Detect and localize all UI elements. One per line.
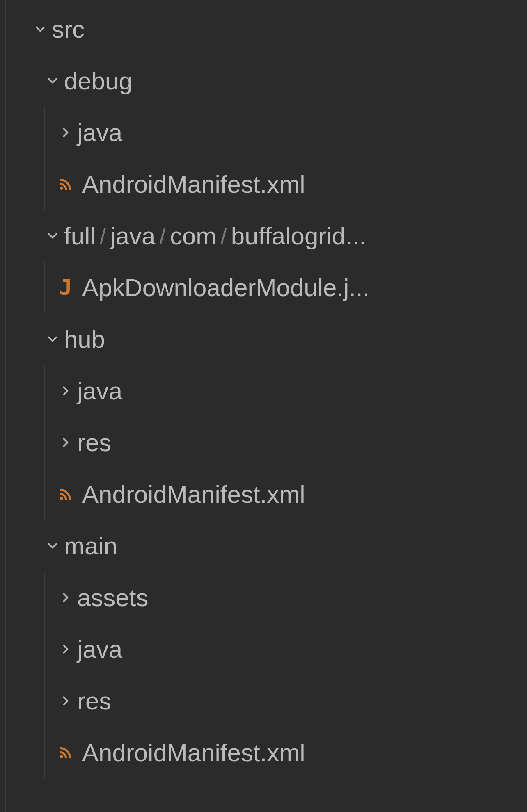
path-segment: buffalogrid... [231, 222, 366, 250]
file-label: AndroidManifest.xml [82, 170, 305, 198]
file-label: AndroidManifest.xml [82, 480, 305, 509]
folder-src[interactable]: src [0, 3, 527, 55]
file-apk-downloader[interactable]: J ApkDownloaderModule.j... [0, 262, 527, 313]
folder-hub[interactable]: hub [0, 313, 527, 365]
path-separator: / [155, 223, 170, 249]
path-segment: java [110, 222, 155, 250]
chevron-right-icon [54, 125, 77, 140]
path-segment: com [170, 222, 216, 250]
folder-main-res[interactable]: res [0, 675, 527, 727]
folder-label: java [77, 635, 122, 664]
folder-full-path[interactable]: full / java / com / buffalogrid... [0, 210, 527, 262]
path-separator: / [96, 223, 110, 249]
xml-file-icon [54, 486, 77, 503]
folder-label: hub [64, 325, 105, 354]
chevron-down-icon [41, 228, 64, 243]
folder-debug[interactable]: debug [0, 55, 527, 107]
java-file-icon: J [54, 275, 77, 300]
chevron-down-icon [41, 332, 64, 347]
folder-label: src [52, 15, 85, 43]
folder-label: assets [77, 584, 148, 612]
path-segment: full [64, 222, 96, 250]
folder-label: res [77, 687, 111, 715]
file-hub-manifest[interactable]: AndroidManifest.xml [0, 468, 527, 520]
folder-main-java[interactable]: java [0, 623, 527, 675]
folder-label: res [77, 429, 111, 457]
xml-file-icon [54, 176, 77, 193]
chevron-right-icon [54, 590, 77, 605]
file-debug-manifest[interactable]: AndroidManifest.xml [0, 158, 527, 210]
file-label: ApkDownloaderModule.j... [82, 274, 369, 302]
file-label: AndroidManifest.xml [82, 739, 305, 767]
folder-main-assets[interactable]: assets [0, 572, 527, 623]
chevron-right-icon [54, 383, 77, 398]
file-main-manifest[interactable]: AndroidManifest.xml [0, 727, 527, 778]
folder-label: main [64, 532, 117, 560]
chevron-down-icon [41, 73, 64, 88]
folder-main[interactable]: main [0, 520, 527, 572]
path-separator: / [216, 223, 231, 249]
chevron-down-icon [29, 22, 52, 36]
chevron-down-icon [41, 538, 64, 553]
xml-file-icon [54, 744, 77, 761]
chevron-right-icon [54, 693, 77, 708]
folder-label: debug [64, 67, 133, 95]
chevron-right-icon [54, 642, 77, 657]
folder-label: java [77, 119, 122, 147]
folder-hub-res[interactable]: res [0, 417, 527, 468]
folder-hub-java[interactable]: java [0, 365, 527, 417]
file-tree: src debug java AndroidManifest.xml full … [0, 0, 527, 778]
chevron-right-icon [54, 435, 77, 450]
folder-debug-java[interactable]: java [0, 107, 527, 158]
folder-label: java [77, 377, 122, 405]
